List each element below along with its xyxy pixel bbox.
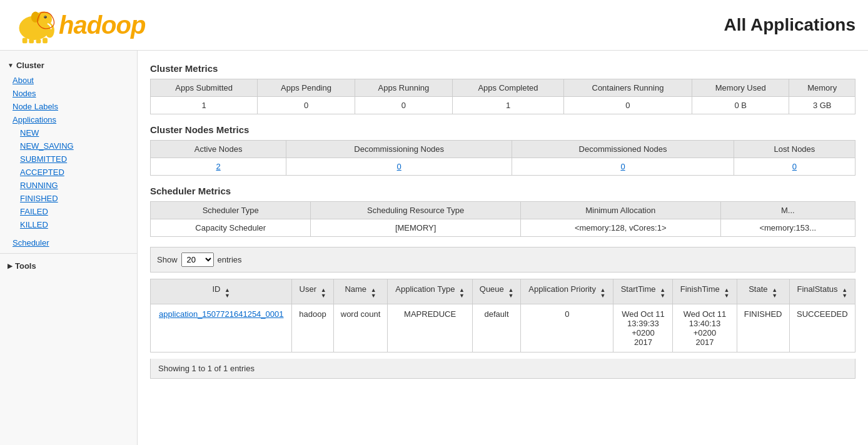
sm-val-resource-type: [MEMORY] <box>311 219 520 237</box>
tools-arrow-icon: ▶ <box>8 262 13 269</box>
page-wrapper: hadoop All Applications ▼ Cluster About … <box>0 0 868 445</box>
app-id-link[interactable]: application_1507721641254_0001 <box>159 309 284 319</box>
table-row: application_1507721641254_0001 hadoop wo… <box>151 304 855 352</box>
id-sort-arrows[interactable]: ▲▼ <box>225 288 230 299</box>
apps-col-priority[interactable]: Application Priority ▲▼ <box>521 279 613 304</box>
scheduler-metrics-table: Scheduler Type Scheduling Resource Type … <box>150 201 855 237</box>
apps-col-finishtime[interactable]: FinishTime ▲▼ <box>673 279 737 304</box>
cluster-metrics-table: Apps Submitted Apps Pending Apps Running… <box>150 79 855 114</box>
apps-col-state[interactable]: State ▲▼ <box>737 279 789 304</box>
sidebar-item-node-labels[interactable]: Node Labels <box>0 100 137 113</box>
cm-col-completed: Apps Completed <box>453 79 564 97</box>
sidebar-item-scheduler[interactable]: Scheduler <box>0 236 137 249</box>
scheduler-metrics-row: Capacity Scheduler [MEMORY] <memory:128,… <box>151 219 855 237</box>
cm-val-submitted: 1 <box>151 97 258 114</box>
cm-col-submitted: Apps Submitted <box>151 79 258 97</box>
apps-col-finalstatus[interactable]: FinalStatus ▲▼ <box>789 279 855 304</box>
queue-sort-arrows[interactable]: ▲▼ <box>508 288 513 299</box>
cn-link-active[interactable]: 2 <box>216 162 221 171</box>
svg-rect-8 <box>43 38 48 44</box>
cluster-nodes-table: Active Nodes Decommissioning Nodes Decom… <box>150 140 855 176</box>
apps-col-starttime[interactable]: StartTime ▲▼ <box>613 279 673 304</box>
hadoop-wordmark: hadoop <box>59 11 145 39</box>
type-sort-arrows[interactable]: ▲▼ <box>459 288 465 299</box>
cn-col-decommissioning: Decommissioning Nodes <box>286 141 512 158</box>
sm-col-max-alloc: M... <box>720 202 855 219</box>
cm-val-memory: 3 GB <box>789 97 855 114</box>
sidebar-item-about[interactable]: About <box>0 74 137 87</box>
show-label: Show <box>157 255 178 264</box>
sidebar-item-new-saving[interactable]: NEW_SAVING <box>0 139 137 152</box>
svg-rect-6 <box>29 39 34 43</box>
cluster-metrics-row: 1 0 0 1 0 0 B 3 GB <box>151 97 855 114</box>
cn-val-lost[interactable]: 0 <box>734 158 855 176</box>
sidebar-tools-label: Tools <box>15 261 36 271</box>
showing-info: Showing 1 to 1 of 1 entries <box>150 359 855 379</box>
sidebar-item-running[interactable]: RUNNING <box>0 179 137 192</box>
logo-area: hadoop <box>13 6 145 44</box>
svg-rect-5 <box>23 38 28 44</box>
cm-col-containers: Containers Running <box>563 79 692 97</box>
applications-table: ID ▲▼ User ▲▼ Name ▲▼ Application Type <box>150 279 855 352</box>
sidebar-item-finished[interactable]: FINISHED <box>0 192 137 205</box>
sidebar-cluster-header[interactable]: ▼ Cluster <box>0 57 137 74</box>
page-title: All Applications <box>724 15 855 35</box>
finishtime-sort-arrows[interactable]: ▲▼ <box>724 288 729 299</box>
sidebar: ▼ Cluster About Nodes Node Labels Applic… <box>0 51 138 445</box>
row-name: word count <box>333 304 388 352</box>
svg-rect-7 <box>36 39 41 43</box>
row-id: application_1507721641254_0001 <box>151 304 292 352</box>
apps-col-id[interactable]: ID ▲▼ <box>151 279 292 304</box>
apps-col-name[interactable]: Name ▲▼ <box>333 279 388 304</box>
sidebar-tools-header[interactable]: ▶ Tools <box>0 258 137 274</box>
starttime-sort-arrows[interactable]: ▲▼ <box>660 288 665 299</box>
sidebar-item-submitted[interactable]: SUBMITTED <box>0 152 137 166</box>
entries-label: entries <box>218 255 242 264</box>
sm-col-resource-type: Scheduling Resource Type <box>311 202 520 219</box>
cm-col-running: Apps Running <box>355 79 452 97</box>
name-sort-arrows[interactable]: ▲▼ <box>371 288 376 299</box>
sidebar-item-applications[interactable]: Applications <box>0 113 137 126</box>
sidebar-item-new[interactable]: NEW <box>0 126 137 139</box>
sidebar-item-accepted[interactable]: ACCEPTED <box>0 166 137 179</box>
apps-col-queue[interactable]: Queue ▲▼ <box>472 279 521 304</box>
scheduler-metrics-title: Scheduler Metrics <box>150 186 855 196</box>
row-type: MAPREDUCE <box>388 304 472 352</box>
cn-col-lost: Lost Nodes <box>734 141 855 158</box>
sidebar-cluster-section: ▼ Cluster About Nodes Node Labels Applic… <box>0 57 137 249</box>
row-starttime: Wed Oct 11 13:39:33 +0200 2017 <box>613 304 673 352</box>
cn-val-decommissioning[interactable]: 0 <box>286 158 512 176</box>
priority-sort-arrows[interactable]: ▲▼ <box>600 288 606 299</box>
sidebar-cluster-label: Cluster <box>16 61 44 70</box>
cn-col-active: Active Nodes <box>151 141 286 158</box>
cn-link-decommissioned[interactable]: 0 <box>620 162 625 171</box>
sm-val-type: Capacity Scheduler <box>151 219 311 237</box>
cluster-metrics-title: Cluster Metrics <box>150 63 855 74</box>
show-entries-bar: Show 10 20 50 100 entries <box>150 247 855 272</box>
sidebar-tools-section: ▶ Tools <box>0 258 137 274</box>
cm-col-mem-used: Memory Used <box>692 79 789 97</box>
cn-val-active[interactable]: 2 <box>151 158 286 176</box>
state-sort-arrows[interactable]: ▲▼ <box>772 288 777 299</box>
sidebar-item-nodes[interactable]: Nodes <box>0 87 137 100</box>
sm-val-max-alloc: <memory:153... <box>720 219 855 237</box>
hadoop-elephant-icon <box>13 6 56 44</box>
row-user: hadoop <box>292 304 333 352</box>
cm-val-pending: 0 <box>258 97 355 114</box>
cm-val-completed: 1 <box>453 97 564 114</box>
finalstatus-sort-arrows[interactable]: ▲▼ <box>842 288 847 299</box>
apps-col-user[interactable]: User ▲▼ <box>292 279 333 304</box>
cn-link-decommissioning[interactable]: 0 <box>397 162 401 171</box>
cn-link-lost[interactable]: 0 <box>792 162 797 171</box>
entries-select[interactable]: 10 20 50 100 <box>181 252 214 267</box>
sidebar-item-failed[interactable]: FAILED <box>0 205 137 218</box>
sidebar-item-killed[interactable]: KILLED <box>0 218 137 231</box>
row-finishtime: Wed Oct 11 13:40:13 +0200 2017 <box>673 304 737 352</box>
hadoop-logo-text: hadoop <box>59 11 145 39</box>
user-sort-arrows[interactable]: ▲▼ <box>321 288 326 299</box>
main-content: ▼ Cluster About Nodes Node Labels Applic… <box>0 51 868 445</box>
apps-col-type[interactable]: Application Type ▲▼ <box>388 279 472 304</box>
cm-val-running: 0 <box>355 97 452 114</box>
cn-val-decommissioned[interactable]: 0 <box>512 158 734 176</box>
cluster-nodes-row: 2 0 0 0 <box>151 158 855 176</box>
